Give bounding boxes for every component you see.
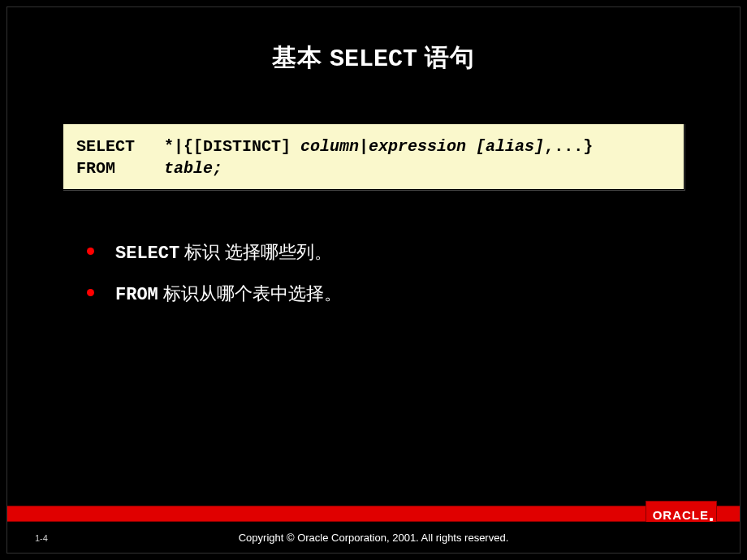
code-from-kw: FROM	[76, 159, 115, 178]
list-item: SELECT 标识 选择哪些列。	[87, 240, 740, 267]
code-spacer	[135, 137, 164, 156]
list-item: FROM 标识从哪个表中选择。	[87, 282, 740, 308]
copyright-text: Copyright © Oracle Corporation, 2001. Al…	[239, 532, 509, 544]
slide-title: 基本 SELECT 语句	[7, 41, 740, 75]
slide: 基本 SELECT 语句 SELECT *|{[DISTINCT] column…	[6, 6, 741, 554]
bullet-post: 标识 选择哪些列。	[179, 242, 332, 262]
title-pre: 基本	[272, 44, 330, 71]
bullet-text: SELECT 标识 选择哪些列。	[115, 240, 332, 267]
oracle-logo-dot	[710, 518, 713, 521]
oracle-logo-text: ORACLE	[653, 508, 709, 522]
bullet-list: SELECT 标识 选择哪些列。 FROM 标识从哪个表中选择。	[87, 240, 740, 308]
code-line2-italic: table;	[164, 159, 222, 178]
bullet-keyword: FROM	[115, 285, 158, 305]
footer-red-bar	[7, 506, 740, 522]
code-line1-italic: column|expression [alias]	[300, 137, 544, 156]
bullet-icon	[87, 248, 94, 255]
bullet-keyword: SELECT	[115, 243, 179, 264]
code-select-kw: SELECT	[76, 137, 135, 156]
code-line1-b: ,...}	[544, 137, 593, 156]
page-number: 1-4	[35, 533, 48, 543]
bullet-post: 标识从哪个表中选择。	[158, 283, 342, 304]
code-line1-a: *|{[DISTINCT]	[164, 137, 300, 156]
bullet-text: FROM 标识从哪个表中选择。	[115, 282, 342, 308]
syntax-codebox: SELECT *|{[DISTINCT] column|expression […	[63, 123, 684, 190]
title-post: 语句	[417, 44, 475, 71]
footer-bar: Copyright © Oracle Corporation, 2001. Al…	[7, 522, 740, 553]
bullet-icon	[87, 289, 94, 296]
code-spacer-2	[115, 159, 164, 178]
title-keyword: SELECT	[330, 45, 417, 73]
